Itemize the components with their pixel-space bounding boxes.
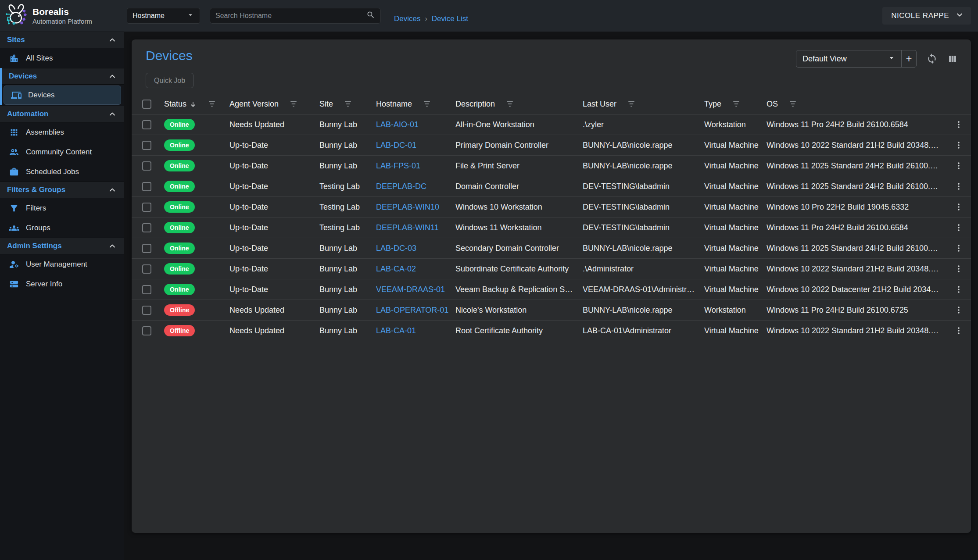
hostname-link[interactable]: DEEPLAB-DC [376,182,455,191]
hostname-link[interactable]: DEEPLAB-WIN10 [376,203,455,212]
refresh-icon[interactable] [926,53,938,64]
hostname-link[interactable]: LAB-AIO-01 [376,120,455,129]
row-checkbox[interactable] [142,244,151,253]
row-menu-icon[interactable] [946,305,971,315]
sidebar-item-devices[interactable]: Devices [4,86,121,105]
row-menu-icon[interactable] [946,223,971,232]
hostname-link[interactable]: LAB-FPS-01 [376,161,455,171]
column-header-os[interactable]: OS [767,100,946,109]
row-checkbox[interactable] [142,120,151,129]
column-header-status[interactable]: Status [164,100,229,109]
filter-icon[interactable] [628,101,635,107]
row-menu-icon[interactable] [946,120,971,129]
sidebar-item-filters[interactable]: Filters [0,198,124,218]
table-row: Online Up-to-Date Testing Lab DEEPLAB-WI… [132,197,971,218]
filter-icon[interactable] [290,101,297,107]
row-menu-icon[interactable] [946,182,971,191]
hostname-link[interactable]: LAB-OPERATOR-01 [376,306,455,315]
sidebar-item-assemblies[interactable]: Assemblies [0,122,124,142]
table-row: Online Up-to-Date Bunny Lab LAB-DC-01 Pr… [132,135,971,156]
filter-icon[interactable] [789,101,796,107]
hostname-link[interactable]: LAB-CA-01 [376,326,455,335]
columns-icon[interactable] [947,54,958,64]
row-menu-icon[interactable] [946,202,971,212]
hostname-link[interactable]: LAB-DC-03 [376,244,455,253]
select-all-checkbox[interactable] [142,100,151,109]
column-header-description[interactable]: Description [455,100,583,109]
view-select[interactable]: Default View [796,50,901,67]
filter-icon[interactable] [733,101,740,107]
type-cell: Virtual Machine [704,285,767,294]
column-header-site[interactable]: Site [319,100,376,109]
sidebar-section-header-automation[interactable]: Automation [0,106,124,122]
os-cell: Windows 10 Pro 22H2 Build 19045.6332 [767,203,946,212]
sidebar-section-header-devices[interactable]: Devices [2,68,124,85]
filter-icon[interactable] [208,101,215,107]
hostname-link[interactable]: LAB-CA-02 [376,264,455,274]
hostname-link[interactable]: DEEPLAB-WIN11 [376,223,455,232]
add-view-button[interactable]: + [901,50,916,67]
row-menu-icon[interactable] [946,264,971,274]
type-cell: Virtual Machine [704,326,767,335]
filter-icon[interactable] [344,101,351,107]
row-checkbox[interactable] [142,326,151,335]
filter-icon[interactable] [423,101,430,107]
row-checkbox[interactable] [142,203,151,212]
last-user-cell: DEV-TESTING\labadmin [583,203,704,212]
os-cell: Windows 11 Pro 24H2 Build 26100.6584 [767,120,946,129]
hostname-link[interactable]: VEEAM-DRAAS-01 [376,285,455,294]
sidebar-section-header-sites[interactable]: Sites [0,32,124,48]
column-header-agent-version[interactable]: Agent Version [229,100,319,109]
last-user-cell: DEV-TESTING\labadmin [583,182,704,191]
agent-version-cell: Up-to-Date [229,223,319,232]
column-header-last-user[interactable]: Last User [583,100,704,109]
sidebar-section-label: Filters & Groups [7,185,65,194]
row-checkbox[interactable] [142,285,151,294]
sidebar-item-user-management[interactable]: User Management [0,254,124,274]
column-header-hostname[interactable]: Hostname [376,100,455,109]
user-name: NICOLE RAPPE [891,11,949,20]
topbar: Hostname Devices › Device List NICOLE RA… [124,0,978,32]
row-menu-icon[interactable] [946,243,971,253]
sidebar-item-scheduled-jobs[interactable]: Scheduled Jobs [0,162,124,182]
breadcrumb-device-list[interactable]: Device List [432,14,468,23]
row-checkbox[interactable] [142,264,151,274]
column-header-type[interactable]: Type [704,100,767,109]
type-cell: Virtual Machine [704,223,767,232]
site-cell: Bunny Lab [319,244,376,253]
row-checkbox[interactable] [142,182,151,191]
sidebar-section-header-admin-settings[interactable]: Admin Settings [0,238,124,254]
search-icon[interactable] [366,11,375,21]
row-menu-icon[interactable] [946,161,971,171]
quick-job-button[interactable]: Quick Job [146,73,193,88]
hostname-link[interactable]: LAB-DC-01 [376,141,455,150]
row-checkbox[interactable] [142,306,151,315]
search-field-selector[interactable]: Hostname [127,8,200,24]
sidebar-item-label: Community Content [26,148,92,157]
sidebar-item-groups[interactable]: Groups [0,218,124,238]
row-menu-icon[interactable] [946,326,971,335]
sidebar-section-header-filters-groups[interactable]: Filters & Groups [0,182,124,198]
search-input[interactable] [215,12,366,20]
status-badge: Online [164,160,195,171]
row-checkbox[interactable] [142,223,151,232]
briefcase-icon [9,167,19,177]
description-cell: File & Print Server [455,161,583,171]
brand-title: Borealis [32,7,92,17]
last-user-cell: BUNNY-LAB\nicole.rappe [583,244,704,253]
agent-version-cell: Needs Updated [229,326,319,335]
sidebar-item-server-info[interactable]: Server Info [0,274,124,294]
breadcrumb-devices[interactable]: Devices [394,14,420,23]
sidebar-item-all-sites[interactable]: All Sites [0,48,124,68]
row-menu-icon[interactable] [946,140,971,150]
user-menu[interactable]: NICOLE RAPPE [882,7,971,25]
sort-desc-icon[interactable] [189,100,197,108]
row-menu-icon[interactable] [946,285,971,294]
sidebar-item-label: Scheduled Jobs [26,168,79,176]
row-checkbox[interactable] [142,141,151,150]
sidebar-item-label: User Management [26,260,87,269]
row-checkbox[interactable] [142,161,151,171]
sidebar-item-community-content[interactable]: Community Content [0,142,124,162]
sidebar-item-label: Filters [26,204,46,213]
filter-icon[interactable] [506,101,513,107]
